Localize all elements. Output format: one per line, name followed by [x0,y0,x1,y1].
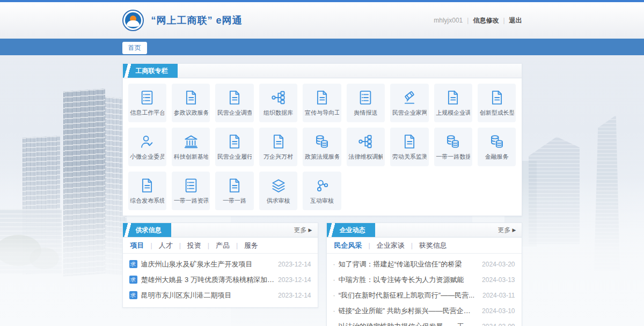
feature-card[interactable]: 宣传与导向工... [303,84,341,122]
document-icon [183,90,199,106]
feature-card[interactable]: 组织数据库 [259,84,297,122]
logo-wing-shape [127,20,140,27]
tab-divider: | [236,242,238,249]
feature-card-label: 参政议政服务 [174,109,208,117]
feature-card[interactable]: 劳动关系监测 [390,128,428,166]
feature-card[interactable]: 科技创新基地 [172,128,210,166]
news-list: ·知了背调：搭建起“传递职业信任”的桥梁2024-03-20·中瑞方胜：以专注铸… [327,254,522,326]
feature-card[interactable]: 一带一路 [215,172,253,210]
item-date: 2023-12-14 [278,276,311,284]
news-more-link[interactable]: 更多 ▶ [498,223,522,237]
supply-panel-header: 供求信息 更多 ▶ [123,223,318,238]
news-list-item[interactable]: ·中瑞方胜：以专注铸专长为人力资源赋能2024-03-13 [333,272,515,287]
username: mhlyjx001 [434,17,463,24]
column-cards-grid: 信息工作平台参政议政服务民营企业调查组织数据库宣传与导向工...舆情报送民营企业… [123,78,522,216]
news-list-item[interactable]: ·以法治的确定性助力提信心促发展——工商联...2024-03-09 [333,318,515,326]
column-panel-title: 工商联专栏 [123,64,178,78]
chevron-right-icon: ▶ [513,227,516,233]
site-header: “网上工商联” e网通 mhlyjx001 | 信息修改 | 退出 [0,2,644,39]
feature-card[interactable]: 综合发布系统 [128,172,166,210]
feature-card[interactable]: 上规模企业调查 [434,84,472,122]
supply-more-link[interactable]: 更多 ▶ [294,223,318,237]
nav-home-button[interactable]: 首页 [122,42,147,54]
supply-tab-4[interactable]: 服务 [243,241,259,250]
item-title: 知了背调：搭建起“传递职业信任”的桥梁 [339,260,462,269]
feature-card-label: 一带一路资讯库 [174,197,208,205]
news-list-item[interactable]: ·“我们在新时代新征程上凯歌而行”——民营...2024-03-11 [333,287,515,303]
bullet-dot: · [333,261,335,268]
orgchart-icon [270,90,287,106]
bullet-dot: · [333,276,335,284]
feature-card[interactable]: 法律维权调解... [347,128,385,166]
feature-card[interactable]: 舆情报送 [347,84,385,122]
news-panel-title: 企业动态 [327,223,375,237]
supply-tab-3[interactable]: 产品 [215,241,231,250]
supply-list-item[interactable]: 求楚雄州大姚县 3 万吨优质薄壳核桃精深加工及科...2023-12-14 [129,272,311,287]
feature-card-label: 信息工作平台 [130,109,164,117]
feature-card-label: 政策法规服务... [305,153,339,161]
feature-card-label: 一带一路数据库 [436,153,470,161]
feature-card-label: 金融服务 [485,153,509,161]
more-label: 更多 [294,226,307,235]
bullet-dot: · [333,307,335,315]
feature-card-label: 组织数据库 [264,109,293,117]
feature-card[interactable]: 参政议政服务 [172,84,210,122]
tab-divider: | [369,242,370,249]
feature-card[interactable]: 供求审核 [259,172,297,210]
demand-badge: 求 [129,291,137,299]
column-panel: 工商联专栏 信息工作平台参政议政服务民营企业调查组织数据库宣传与导向工...舆情… [122,63,522,216]
column-panel-header: 工商联专栏 [123,64,522,78]
news-tab-2[interactable]: 获奖信息 [418,241,448,250]
news-list-item[interactable]: ·知了背调：搭建起“传递职业信任”的桥梁2024-03-20 [333,256,515,272]
news-list-item[interactable]: ·链接“企业所能” 共助乡村振兴——民营企业...2024-03-10 [333,303,515,318]
list-icon [139,90,155,106]
bottom-row: 供求信息 更多 ▶ 项目|人才|投资|产品|服务 求迪庆州山泉水及矿泉水生产开发… [122,223,522,326]
item-title: 迪庆州山泉水及矿泉水生产开发项目 [141,260,253,269]
edit-info-link[interactable]: 信息修改 [473,16,499,25]
person-check-icon [139,134,155,150]
document-icon [489,90,505,106]
site-logo-disc [125,12,141,28]
item-date: 2023-12-14 [278,292,311,299]
feature-card-label: 法律维权调解... [348,153,383,161]
news-tab-1[interactable]: 企业家谈 [376,241,406,250]
page-title: “网上工商联” e网通 [151,14,243,27]
tab-divider: | [151,242,152,249]
gavel-icon [401,90,418,106]
feature-card[interactable]: 小微企业委员... [128,128,166,166]
document-icon [314,90,330,106]
supply-tab-2[interactable]: 投资 [186,241,202,250]
feature-card[interactable]: 民营企业履行... [215,128,253,166]
supply-list-item[interactable]: 求迪庆州山泉水及矿泉水生产开发项目2023-12-14 [129,256,311,272]
logout-link[interactable]: 退出 [509,16,522,25]
feature-card-label: 综合发布系统 [130,197,164,205]
item-title: 楚雄州大姚县 3 万吨优质薄壳核桃精深加工及科... [141,275,278,285]
feature-card-label: 科技创新基地 [174,153,208,161]
news-panel: 企业动态 更多 ▶ 民企风采|企业家谈|获奖信息 ·知了背调：搭建起“传递职业信… [326,223,522,326]
feature-card-label: 劳动关系监测 [392,153,427,161]
supply-list-item[interactable]: 求昆明市东川区东川港二期项目2023-12-14 [129,287,311,303]
supply-tab-0[interactable]: 项目 [129,241,145,250]
feature-card-label: 万企兴万村 [264,153,293,161]
feature-card[interactable]: 互动审核 [303,172,341,210]
tab-divider: | [411,242,413,249]
feature-card[interactable]: 一带一路资讯库 [172,172,210,210]
feature-card[interactable]: 万企兴万村 [259,128,297,166]
news-panel-header: 企业动态 更多 ▶ [327,223,522,238]
feature-card[interactable]: 一带一路数据库 [434,128,472,166]
item-date: 2024-03-09 [482,323,515,326]
site-logo-icon [122,10,144,31]
feature-card-label: 上规模企业调查 [436,109,470,117]
layers-icon [270,177,287,194]
news-tab-0[interactable]: 民企风采 [333,241,363,250]
feature-card[interactable]: 政策法规服务... [303,128,341,166]
feature-card[interactable]: 金融服务 [478,128,516,166]
feature-card[interactable]: 民营企业家网... [390,84,428,122]
tab-divider: | [208,242,209,249]
feature-card[interactable]: 创新型成长型... [478,84,516,122]
feature-card[interactable]: 信息工作平台 [128,84,166,122]
feature-card[interactable]: 民营企业调查 [215,84,253,122]
supply-tab-1[interactable]: 人才 [158,241,174,250]
supply-panel: 供求信息 更多 ▶ 项目|人才|投资|产品|服务 求迪庆州山泉水及矿泉水生产开发… [122,223,318,308]
feature-card-label: 小微企业委员... [130,153,164,161]
